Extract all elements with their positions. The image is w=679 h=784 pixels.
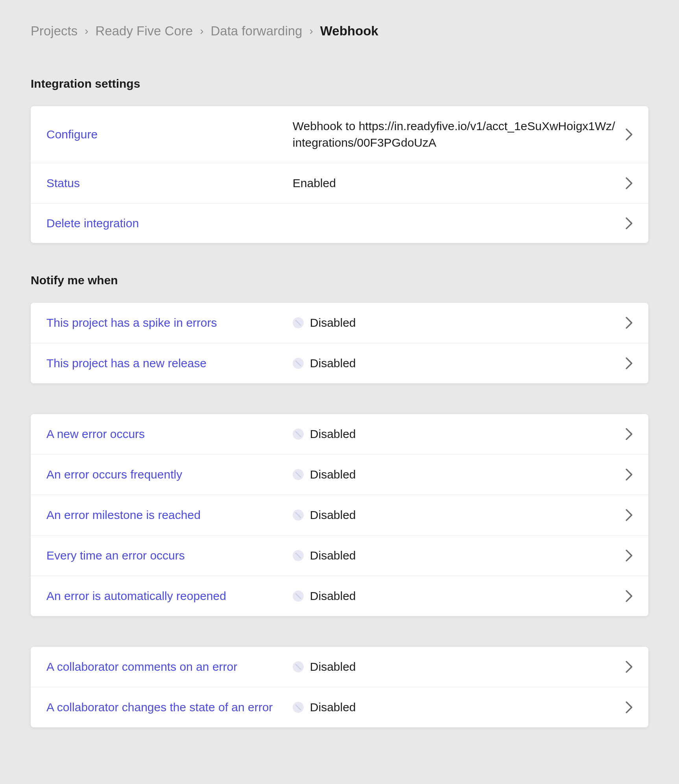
chevron-right-icon <box>618 177 633 189</box>
chevron-right-icon <box>618 701 633 713</box>
notify-error-milestone-value: Disabled <box>310 507 356 523</box>
status-label: Status <box>46 177 293 190</box>
notify-new-error-label: A new error occurs <box>46 427 293 441</box>
notify-spike-errors-label: This project has a spike in errors <box>46 316 293 329</box>
notify-group-project-card: This project has a spike in errors Disab… <box>31 303 648 383</box>
notify-error-reopened-value: Disabled <box>310 588 356 604</box>
notify-every-error-row[interactable]: Every time an error occurs Disabled <box>31 536 648 576</box>
integration-settings-title: Integration settings <box>31 77 648 90</box>
configure-label: Configure <box>46 128 293 141</box>
chevron-right-icon <box>618 357 633 369</box>
chevron-right-icon <box>618 428 633 440</box>
notify-title: Notify me when <box>31 274 648 287</box>
chevron-right-icon <box>618 129 633 140</box>
notify-collab-state-row[interactable]: A collaborator changes the state of an e… <box>31 687 648 727</box>
delete-integration-row[interactable]: Delete integration <box>31 204 648 243</box>
notify-new-error-value: Disabled <box>310 426 356 442</box>
disabled-icon <box>293 550 304 561</box>
disabled-icon <box>293 702 304 713</box>
notify-collab-comments-value: Disabled <box>310 659 356 675</box>
status-row[interactable]: Status Enabled <box>31 163 648 204</box>
notify-group-collaborators-card: A collaborator comments on an error Disa… <box>31 647 648 727</box>
notify-error-frequently-value: Disabled <box>310 466 356 483</box>
notify-error-frequently-label: An error occurs frequently <box>46 468 293 481</box>
notify-group-errors-card: A new error occurs Disabled An error occ… <box>31 414 648 616</box>
notify-error-reopened-row[interactable]: An error is automatically reopened Disab… <box>31 576 648 616</box>
chevron-right-icon <box>618 217 633 229</box>
disabled-icon <box>293 591 304 602</box>
notify-spike-errors-row[interactable]: This project has a spike in errors Disab… <box>31 303 648 343</box>
chevron-right-icon: › <box>200 25 203 37</box>
chevron-right-icon <box>618 590 633 602</box>
notify-error-milestone-row[interactable]: An error milestone is reached Disabled <box>31 495 648 536</box>
disabled-icon <box>293 510 304 521</box>
status-value: Enabled <box>293 175 336 191</box>
breadcrumb-ready-five-core[interactable]: Ready Five Core <box>96 24 193 39</box>
notify-collab-comments-label: A collaborator comments on an error <box>46 660 293 674</box>
disabled-icon <box>293 661 304 672</box>
integration-settings-card: Configure Webhook to https://in.readyfiv… <box>31 106 648 243</box>
chevron-right-icon: › <box>309 25 313 37</box>
notify-error-milestone-label: An error milestone is reached <box>46 508 293 522</box>
configure-value: Webhook to https://in.readyfive.io/v1/ac… <box>293 118 618 151</box>
disabled-icon <box>293 469 304 480</box>
breadcrumb-data-forwarding[interactable]: Data forwarding <box>210 24 302 39</box>
notify-collab-state-label: A collaborator changes the state of an e… <box>46 701 293 714</box>
notify-new-error-row[interactable]: A new error occurs Disabled <box>31 414 648 455</box>
breadcrumb-projects[interactable]: Projects <box>31 24 77 39</box>
chevron-right-icon <box>618 469 633 480</box>
disabled-icon <box>293 429 304 440</box>
notify-spike-errors-value: Disabled <box>310 315 356 331</box>
notify-new-release-value: Disabled <box>310 355 356 372</box>
chevron-right-icon <box>618 317 633 329</box>
notify-new-release-label: This project has a new release <box>46 357 293 370</box>
notify-every-error-label: Every time an error occurs <box>46 549 293 562</box>
breadcrumb: Projects › Ready Five Core › Data forwar… <box>31 24 648 39</box>
notify-error-reopened-label: An error is automatically reopened <box>46 589 293 603</box>
chevron-right-icon <box>618 550 633 561</box>
disabled-icon <box>293 317 304 328</box>
notify-every-error-value: Disabled <box>310 547 356 564</box>
disabled-icon <box>293 358 304 369</box>
notify-collab-comments-row[interactable]: A collaborator comments on an error Disa… <box>31 647 648 687</box>
chevron-right-icon <box>618 661 633 673</box>
chevron-right-icon: › <box>85 25 88 37</box>
notify-new-release-row[interactable]: This project has a new release Disabled <box>31 343 648 383</box>
breadcrumb-webhook: Webhook <box>320 24 378 39</box>
notify-error-frequently-row[interactable]: An error occurs frequently Disabled <box>31 455 648 495</box>
notify-collab-state-value: Disabled <box>310 699 356 716</box>
configure-row[interactable]: Configure Webhook to https://in.readyfiv… <box>31 106 648 163</box>
delete-integration-label: Delete integration <box>46 217 293 230</box>
chevron-right-icon <box>618 509 633 521</box>
